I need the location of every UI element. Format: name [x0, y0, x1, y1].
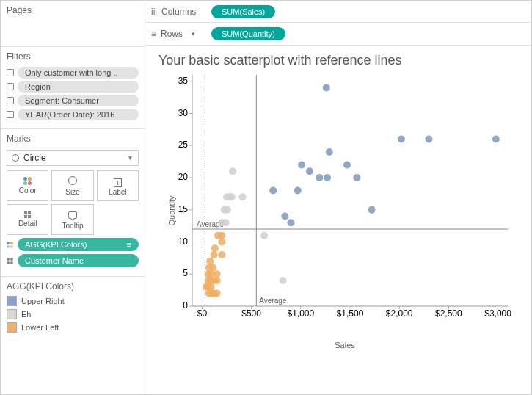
label-icon: T: [114, 176, 123, 186]
filter-pill[interactable]: Region: [18, 81, 139, 93]
data-point[interactable]: [228, 193, 236, 200]
mark-btn-label: Label: [109, 188, 126, 196]
svg-text:$3,000: $3,000: [484, 308, 511, 319]
legend-swatch: [7, 309, 17, 319]
svg-text:25: 25: [178, 139, 189, 150]
legend-item[interactable]: Upper Right: [7, 294, 139, 308]
data-point[interactable]: [206, 258, 214, 265]
filter-pill[interactable]: YEAR(Order Date): 2016: [18, 109, 139, 120]
svg-text:$1,000: $1,000: [287, 308, 314, 319]
data-point[interactable]: [426, 136, 433, 143]
data-point[interactable]: [222, 219, 230, 226]
svg-text:$1,500: $1,500: [337, 308, 364, 319]
filter-item[interactable]: Only customer with long ..: [7, 67, 139, 79]
y-axis-title: Quantity: [167, 195, 176, 225]
columns-shelf[interactable]: iiiColumns SUM(Sales): [145, 1, 531, 23]
filters-list: Only customer with long ..RegionSegment:…: [7, 67, 139, 120]
data-point[interactable]: [280, 277, 287, 284]
data-point[interactable]: [294, 187, 302, 195]
data-point[interactable]: [281, 213, 288, 220]
data-point[interactable]: [343, 162, 351, 169]
pages-title: Pages: [7, 4, 139, 18]
data-point[interactable]: [287, 219, 294, 226]
chevron-down-icon: ▼: [127, 154, 134, 162]
data-point[interactable]: [324, 174, 331, 181]
legend-label: Lower Left: [21, 323, 59, 332]
mark-detail-button[interactable]: Detail: [7, 204, 48, 235]
chart-wrap: Quantity AverageAverage05101520253035$0$…: [170, 71, 520, 349]
rows-pill[interactable]: SUM(Quantity): [211, 27, 285, 40]
data-point[interactable]: [368, 206, 376, 214]
data-point[interactable]: [208, 283, 215, 291]
legend-item[interactable]: Lower Left: [7, 321, 139, 334]
svg-text:$0: $0: [197, 308, 208, 319]
marks-shelf-pill[interactable]: AGG(KPI Colors)≡: [7, 238, 139, 251]
side-panels: Pages Filters Only customer with long ..…: [1, 1, 145, 394]
marks-panel: Marks Circle ▼ ColorSizeTLabelDetailTool…: [1, 129, 145, 277]
marks-shelf-pill[interactable]: Customer Name: [7, 254, 139, 267]
data-point[interactable]: [239, 193, 247, 200]
data-point[interactable]: [269, 187, 277, 195]
filter-pill[interactable]: Segment: Consumer: [18, 95, 139, 106]
legend-item[interactable]: Eh: [7, 308, 139, 321]
circle-icon: [12, 154, 19, 162]
filter-item[interactable]: Segment: Consumer: [7, 95, 139, 106]
data-point[interactable]: [214, 290, 221, 297]
rows-shelf[interactable]: ≡Rows▼ SUM(Quantity): [145, 23, 531, 45]
filter-item[interactable]: Region: [7, 81, 139, 93]
mark-tooltip-button[interactable]: Tooltip: [51, 204, 93, 235]
data-point[interactable]: [209, 264, 216, 272]
worksheet-area: iiiColumns SUM(Sales) ≡Rows▼ SUM(Quantit…: [145, 1, 531, 394]
data-point[interactable]: [218, 239, 225, 246]
svg-text:$2,500: $2,500: [435, 308, 462, 319]
app-root: Pages Filters Only customer with long ..…: [0, 0, 532, 395]
svg-text:$2,000: $2,000: [386, 308, 413, 319]
data-point[interactable]: [398, 136, 405, 143]
filter-pill[interactable]: Only customer with long ..: [18, 67, 139, 79]
pill-menu-icon[interactable]: ≡: [127, 240, 131, 249]
data-point[interactable]: [316, 174, 323, 181]
scatter-chart[interactable]: AverageAverage05101520253035$0$500$1,000…: [170, 71, 515, 336]
filter-icon: [7, 83, 14, 90]
shelves: iiiColumns SUM(Sales) ≡Rows▼ SUM(Quantit…: [145, 1, 531, 46]
data-point[interactable]: [229, 167, 236, 175]
mark-btn-label: Size: [65, 188, 79, 196]
data-point[interactable]: [353, 174, 360, 181]
legend-title: AGG(KPI Colors): [7, 280, 139, 294]
data-point[interactable]: [492, 136, 500, 143]
data-point[interactable]: [306, 167, 313, 175]
columns-pill[interactable]: SUM(Sales): [211, 5, 275, 18]
mark-label-button[interactable]: TLabel: [97, 170, 139, 201]
marks-buttons: ColorSizeTLabelDetailTooltip: [7, 170, 139, 235]
teal-pill[interactable]: Customer Name: [18, 254, 139, 267]
data-point[interactable]: [214, 270, 221, 278]
detail-icon: [24, 211, 31, 218]
data-point[interactable]: [224, 206, 231, 214]
rows-icon: ≡: [151, 29, 156, 39]
data-point[interactable]: [260, 232, 268, 239]
data-point[interactable]: [211, 251, 218, 258]
mark-type-select[interactable]: Circle ▼: [7, 150, 139, 166]
filter-item[interactable]: YEAR(Order Date): 2016: [7, 109, 139, 120]
data-point[interactable]: [298, 162, 305, 169]
svg-text:30: 30: [178, 108, 189, 118]
filter-icon: [7, 97, 14, 104]
data-point[interactable]: [214, 277, 221, 284]
tooltip-icon: [68, 210, 77, 220]
svg-text:$500: $500: [241, 308, 261, 319]
data-point[interactable]: [218, 232, 225, 239]
x-axis-title: Sales: [170, 341, 520, 349]
pages-body[interactable]: [7, 18, 139, 40]
marks-title: Marks: [7, 132, 139, 147]
teal-pill[interactable]: AGG(KPI Colors)≡: [18, 238, 139, 251]
data-point[interactable]: [211, 244, 219, 252]
mark-color-button[interactable]: Color: [7, 170, 48, 201]
legend-swatch: [7, 322, 17, 333]
filters-title: Filters: [7, 50, 139, 65]
mark-size-button[interactable]: Size: [51, 170, 93, 201]
data-point[interactable]: [326, 148, 333, 156]
data-point[interactable]: [218, 251, 225, 258]
color-legend: AGG(KPI Colors) Upper RightEhLower Left: [1, 277, 145, 340]
filters-panel: Filters Only customer with long ..Region…: [1, 47, 145, 129]
data-point[interactable]: [323, 84, 330, 92]
